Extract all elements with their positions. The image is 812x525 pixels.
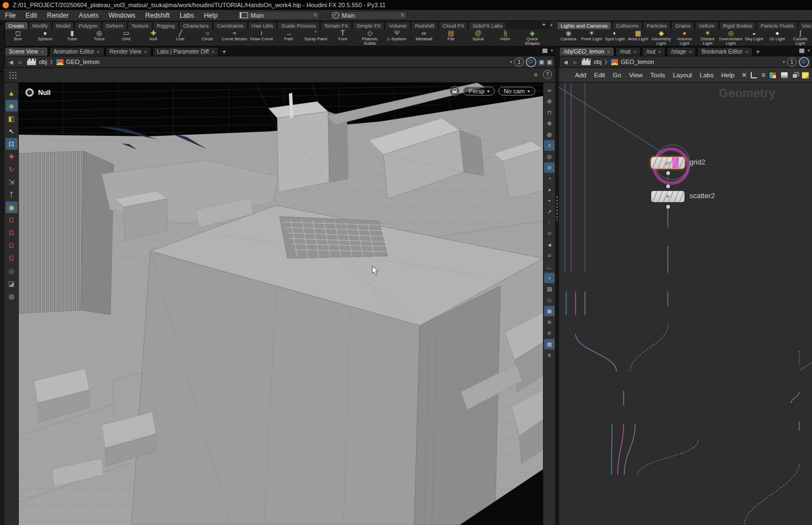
close-icon[interactable]: × [607, 49, 610, 55]
network-editor[interactable]: Geometry ▱grid2✦scatter2 [559, 83, 812, 525]
desktop-selector[interactable]: Main ⇅ [237, 11, 320, 20]
point-numbers-icon[interactable]: ¹² [544, 229, 555, 239]
close-icon[interactable]: × [144, 49, 147, 55]
pane-tab[interactable]: /obj/GEO_lemon × [559, 47, 614, 56]
windows-icon[interactable] [792, 72, 798, 78]
bars-icon[interactable]: ≡ [544, 328, 555, 338]
camera-view-icon[interactable]: ◎ [6, 265, 18, 277]
pane-tab[interactable]: Scene View × [4, 47, 48, 56]
menu-item[interactable]: Assets [73, 10, 103, 21]
shelf-tool[interactable]: ● GI Light [766, 30, 789, 46]
node-label[interactable]: scatter2 [689, 192, 715, 200]
shelf-tab[interactable]: Guide Process [277, 22, 319, 29]
shelf-add-tab-button[interactable]: + [539, 21, 549, 28]
character-placement-icon[interactable]: ◉ [6, 201, 18, 213]
wire-over-icon[interactable]: ≋ [544, 317, 555, 327]
pane-tab[interactable]: /stage × [667, 47, 697, 56]
view-glasses-icon[interactable]: ∞ [544, 85, 555, 96]
back-icon[interactable]: ◀ [7, 59, 15, 65]
pose-icon[interactable]: ᛉ [6, 189, 18, 200]
shelf-tool[interactable]: ≈ Curve Bezier [221, 30, 248, 46]
shelf-tool[interactable]: ▭ Grid [113, 30, 140, 46]
pane-maximize-icon[interactable] [799, 49, 804, 53]
shelf-tab[interactable]: Texture [128, 22, 152, 29]
persp-menu-button[interactable]: Persp ▾ [463, 87, 495, 96]
shelf-tab[interactable]: Redshift [411, 22, 438, 29]
pane-menu-icon[interactable]: ▾ [808, 48, 810, 53]
pane-maximize-icon[interactable] [542, 49, 547, 53]
walk-view-icon[interactable]: ◍ [6, 290, 18, 302]
color-palette-icon[interactable] [769, 72, 777, 79]
pane-pin-icon[interactable] [1, 71, 3, 73]
parameters-icon[interactable] [781, 72, 788, 79]
pane-pin-icon[interactable] [1, 23, 3, 26]
shelf-tool[interactable]: ◈ Quick Shapes [519, 30, 546, 46]
point-marker-icon[interactable]: • [544, 195, 555, 206]
shelf-tool[interactable]: ∫ Caustic Light [789, 30, 812, 46]
pane-splitter[interactable] [555, 46, 559, 525]
add-pane-tab-button[interactable]: + [222, 48, 226, 56]
show-objects-icon[interactable]: ▲ [6, 87, 18, 99]
secure-selection-icon[interactable]: ⊡ [6, 138, 18, 150]
pane-tab[interactable]: /mat × [615, 47, 641, 56]
align-nodes-icon[interactable] [751, 72, 757, 78]
scene-viewport[interactable]: Null Persp ▾ No cam ▾ [19, 83, 543, 525]
vertex-marker-icon[interactable]: ↗ [544, 206, 555, 217]
link-badge[interactable]: 1 [514, 57, 524, 67]
input-port[interactable] [666, 184, 670, 188]
spinner-icon[interactable]: ⇅ [313, 13, 317, 18]
close-icon[interactable]: × [689, 49, 692, 55]
shelf-tool[interactable]: ▦ Area Light [626, 30, 650, 46]
menu-item[interactable]: Windows [103, 10, 140, 21]
select-region-icon[interactable]: ⊕ [544, 96, 555, 107]
shelf-tool[interactable]: ◻ Box [4, 30, 31, 46]
menu-item[interactable]: Render [42, 10, 73, 21]
close-icon[interactable]: × [745, 49, 748, 55]
follow-target-icon[interactable] [526, 57, 536, 67]
shelf-tool[interactable]: § Helix [492, 30, 519, 46]
close-icon[interactable]: × [41, 49, 44, 55]
shelf-tab[interactable]: Characters [179, 22, 212, 29]
select-tool-icon[interactable]: ↖ [6, 125, 18, 137]
shelf-tab[interactable]: Lights and Cameras [557, 22, 611, 29]
layout-icon[interactable]: ▣ [547, 59, 552, 66]
network-menu-item[interactable]: Edit [590, 72, 609, 78]
node-grid2[interactable]: ▱grid2 [651, 157, 685, 169]
shelf-tool[interactable]: ● Volume Light [673, 30, 696, 46]
forward-icon[interactable]: ▶ [572, 59, 579, 65]
rotate-icon[interactable]: ↻ [6, 163, 18, 175]
close-icon[interactable]: × [634, 49, 636, 55]
shelf-tool[interactable]: ◎ Torus [86, 30, 113, 46]
shelf-tab[interactable]: Viscous Fluids [798, 22, 812, 29]
view-plane-icon[interactable]: ◪ [6, 278, 18, 289]
node-list-icon[interactable]: ≡ [761, 71, 765, 79]
shelf-tool[interactable]: Ψ L-System [383, 30, 410, 46]
snap-point-icon[interactable]: Ω [6, 240, 18, 251]
pane-drag-handle-icon[interactable] [9, 71, 18, 79]
shelf-tool[interactable]: → Path [275, 30, 302, 46]
spinner-icon[interactable]: ⇅ [400, 13, 404, 18]
pane-pin-icon[interactable] [1, 49, 3, 51]
snap-curve-icon[interactable]: Ω [6, 227, 18, 238]
shelf-tab[interactable]: Hair Utils [248, 22, 277, 29]
shelf-tool[interactable]: * Spray Paint [302, 30, 329, 46]
prim-marker-icon[interactable]: ◄ [544, 240, 555, 250]
menu-item[interactable]: Redshift [140, 10, 175, 21]
pane-tab[interactable]: Labs | Parameter Diff × [152, 47, 219, 56]
prim-numbers-icon[interactable]: ¹² [544, 251, 555, 261]
shelf-tab[interactable]: Particle Fluids [757, 22, 798, 29]
shelf-tab[interactable]: Polygon [75, 22, 101, 29]
close-icon[interactable]: × [212, 49, 214, 55]
network-menu-item[interactable]: Labs [696, 72, 718, 78]
shelf-tab[interactable]: Constraints [213, 22, 247, 29]
network-menu-item[interactable]: View [625, 72, 647, 78]
shelf-tool[interactable]: ◆ Geometry Light [650, 30, 673, 46]
snap-grid-icon[interactable]: Ω [6, 214, 18, 226]
ruler-icon[interactable]: ∟ [544, 262, 555, 272]
network-menu-item[interactable]: Layout [669, 72, 696, 78]
forward-icon[interactable]: ▶ [17, 59, 25, 65]
shelf-tab[interactable]: Deform [102, 22, 127, 29]
shelf-tool[interactable]: ✚ Null [140, 30, 167, 46]
shelf-tool[interactable]: T Font [329, 30, 356, 46]
shade-mode-icon[interactable]: ◗ [544, 273, 555, 283]
